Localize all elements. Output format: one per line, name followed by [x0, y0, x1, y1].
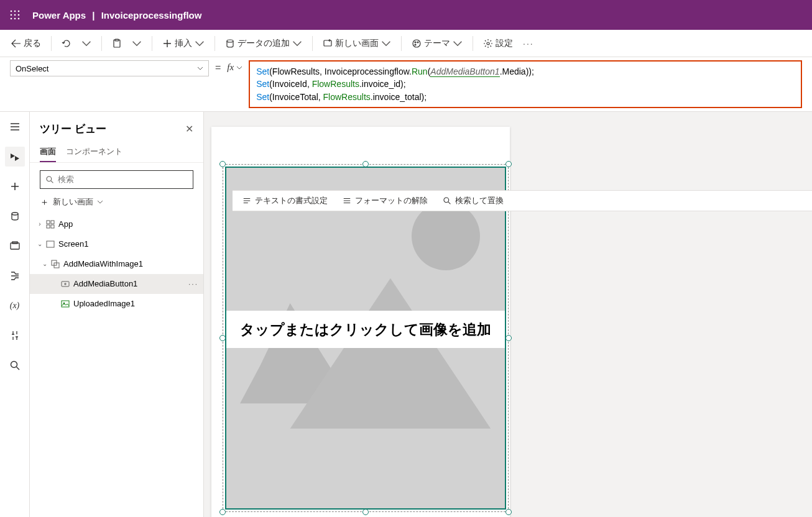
- new-screen-link[interactable]: ＋ 新しい画面: [40, 196, 193, 208]
- svg-point-18: [12, 213, 18, 215]
- tree-search[interactable]: [40, 170, 193, 189]
- remove-format-button[interactable]: フォーマットの解除: [343, 195, 428, 206]
- svg-point-6: [11, 18, 12, 20]
- property-bar: OnSelect = fx Set(FlowResults, Invoicepr…: [0, 57, 812, 112]
- resize-handle[interactable]: [505, 509, 512, 515]
- node-label: AddMediaWithImage1: [63, 259, 143, 268]
- theme-button[interactable]: テーマ: [408, 34, 466, 53]
- svg-point-11: [227, 40, 233, 42]
- tab-screens[interactable]: 画面: [40, 142, 56, 162]
- media-button-icon: [61, 280, 70, 288]
- rail-insert[interactable]: [5, 176, 25, 196]
- svg-point-0: [11, 11, 12, 12]
- tree-node-app[interactable]: › App: [30, 214, 203, 234]
- search-input[interactable]: [58, 175, 188, 184]
- find-replace-label: 検索して置換: [455, 195, 504, 206]
- separator: [51, 36, 52, 51]
- svg-rect-24: [51, 221, 54, 224]
- svg-point-22: [47, 176, 52, 181]
- svg-point-2: [18, 11, 20, 12]
- undo-button[interactable]: [58, 34, 75, 53]
- resize-handle[interactable]: [505, 161, 512, 167]
- insert-label: 挿入: [175, 38, 192, 49]
- rail-media[interactable]: [5, 236, 25, 256]
- selected-control[interactable]: タップまたはクリックして画像を追加: [223, 164, 509, 512]
- tree-node-uploadedimage[interactable]: UploadedImage1: [30, 294, 203, 314]
- svg-point-8: [18, 18, 20, 20]
- find-replace-button[interactable]: 検索して置換: [443, 195, 504, 206]
- rail-tree-view[interactable]: [5, 147, 25, 167]
- settings-button[interactable]: 設定: [479, 34, 517, 53]
- new-screen-label: 新しい画面: [335, 38, 379, 49]
- back-button[interactable]: 戻る: [7, 34, 45, 53]
- property-selector[interactable]: OnSelect: [10, 60, 209, 76]
- tree-node-addmediawithimage[interactable]: ⌄ AddMediaWithImage1: [30, 254, 203, 274]
- twisty-icon[interactable]: ⌄: [40, 260, 50, 267]
- mountain-icon: [240, 260, 491, 447]
- svg-rect-12: [324, 40, 331, 46]
- twisty-icon[interactable]: ›: [35, 221, 45, 227]
- tree-node-addmediabutton[interactable]: AddMediaButton1 ···: [30, 274, 203, 294]
- header-separator: |: [92, 10, 95, 21]
- add-data-button[interactable]: データの追加: [221, 34, 306, 53]
- resize-handle[interactable]: [362, 509, 369, 515]
- app-icon: [46, 220, 55, 229]
- rail-hamburger[interactable]: [5, 117, 25, 137]
- theme-label: テーマ: [424, 38, 450, 49]
- new-screen-button[interactable]: 新しい画面: [319, 34, 395, 53]
- tab-components[interactable]: コンポーネント: [66, 142, 122, 162]
- canvas-area: テキストの書式設定 フォーマットの解除 検索して置換 タップまたはクリックして画…: [204, 112, 812, 517]
- formula-editor[interactable]: Set(FlowResults, Invoiceprocessingflow.R…: [249, 60, 802, 108]
- rail-data[interactable]: [5, 206, 25, 226]
- rail-flows[interactable]: [5, 266, 25, 286]
- rail-search[interactable]: [5, 355, 25, 375]
- svg-rect-27: [47, 241, 54, 247]
- paste-button[interactable]: [108, 34, 126, 53]
- separator: [152, 36, 152, 51]
- settings-label: 設定: [496, 38, 513, 49]
- undo-dropdown[interactable]: [78, 34, 95, 53]
- overflow-button[interactable]: ···: [519, 34, 538, 53]
- close-panel-icon[interactable]: ✕: [185, 123, 193, 135]
- image-icon: [61, 300, 70, 308]
- app-header: Power Apps | Invoiceprocessingflow: [0, 0, 812, 30]
- resize-handle[interactable]: [362, 161, 369, 167]
- panel-tabs: 画面 コンポーネント: [30, 142, 203, 163]
- resize-handle[interactable]: [219, 509, 226, 515]
- paste-dropdown[interactable]: [128, 34, 145, 53]
- header-title: Power Apps | Invoiceprocessingflow: [32, 10, 201, 21]
- svg-point-33: [444, 198, 449, 203]
- tree-node-screen1[interactable]: ⌄ Screen1: [30, 234, 203, 254]
- svg-point-1: [14, 11, 16, 12]
- svg-point-14: [415, 42, 416, 43]
- rail-tools[interactable]: [5, 326, 25, 345]
- remove-format-icon: [343, 196, 351, 205]
- insert-button[interactable]: 挿入: [159, 34, 208, 53]
- separator: [215, 36, 215, 51]
- node-more-icon[interactable]: ···: [188, 280, 198, 288]
- fx-button[interactable]: fx: [227, 60, 242, 73]
- back-label: 戻る: [24, 38, 41, 49]
- waffle-icon[interactable]: [5, 5, 25, 25]
- svg-point-13: [413, 40, 420, 47]
- command-bar: 戻る 挿入 データの追加 新しい画面 テーマ 設定 ···: [0, 30, 812, 57]
- panel-header: ツリー ビュー ✕: [30, 112, 203, 142]
- svg-point-5: [18, 14, 20, 16]
- formula-sub-toolbar: テキストの書式設定 フォーマットの解除 検索して置換: [233, 190, 812, 211]
- search-icon: [45, 175, 54, 184]
- property-name: OnSelect: [16, 64, 48, 73]
- rail-variables[interactable]: (x): [5, 296, 25, 316]
- twisty-icon[interactable]: ⌄: [35, 240, 45, 247]
- text-format-label: テキストの書式設定: [255, 195, 328, 206]
- search-icon: [443, 196, 451, 205]
- resize-handle[interactable]: [219, 161, 226, 167]
- add-media-control[interactable]: タップまたはクリックして画像を追加: [225, 167, 506, 510]
- resize-handle[interactable]: [505, 335, 512, 341]
- resize-handle[interactable]: [219, 335, 226, 341]
- tree-view: › App ⌄ Screen1 ⌄ AddMediaWithImage1 Add…: [30, 214, 203, 517]
- node-label: App: [58, 219, 73, 229]
- workspace: (x) ツリー ビュー ✕ 画面 コンポーネント ＋ 新しい画面 › App: [0, 112, 812, 517]
- svg-point-21: [11, 361, 17, 367]
- svg-point-15: [417, 42, 418, 43]
- text-format-button[interactable]: テキストの書式設定: [242, 195, 328, 206]
